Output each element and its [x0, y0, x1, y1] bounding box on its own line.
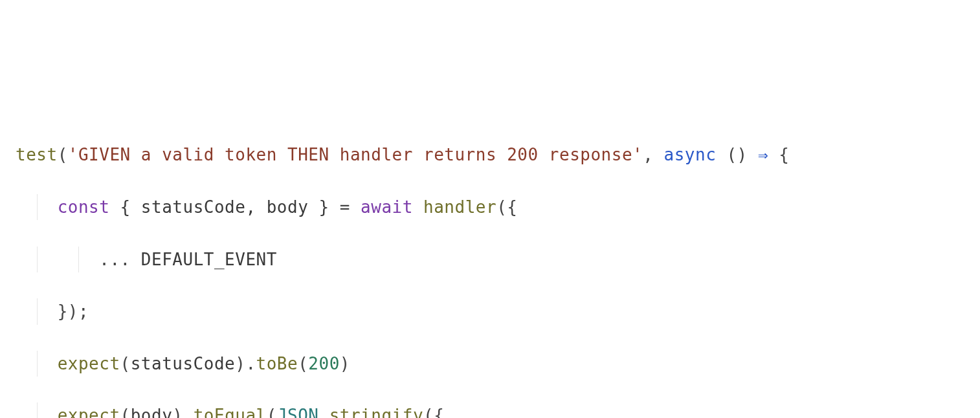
- token-punct: (: [298, 354, 308, 373]
- token-function: test: [16, 145, 58, 164]
- token-punct: (: [120, 406, 131, 418]
- token-variable: body: [131, 406, 173, 418]
- token-function: handler: [423, 197, 496, 217]
- token-punct: (: [267, 406, 277, 418]
- token-punct: ({: [496, 197, 517, 217]
- token-constant: DEFAULT_EVENT: [141, 250, 277, 269]
- token-arrow: ⇒: [758, 145, 768, 164]
- token-punct: });: [58, 302, 89, 321]
- token-spread: ...: [99, 250, 141, 269]
- token-variable: statusCode: [131, 354, 236, 373]
- token-keyword-await: await: [361, 197, 413, 217]
- token-punct: {: [779, 145, 789, 164]
- token-punct: ,: [643, 145, 663, 164]
- token-function: expect: [58, 406, 120, 418]
- token-keyword-async: async: [664, 145, 717, 164]
- code-line: const { statusCode, body } = await handl…: [16, 194, 964, 220]
- token-punct: =: [329, 197, 361, 217]
- indent-guide: [37, 247, 38, 272]
- code-line: });: [16, 298, 964, 324]
- token-function: stringify: [329, 406, 423, 418]
- code-line: ... DEFAULT_EVENT: [16, 247, 964, 272]
- token-punct: ).: [172, 406, 193, 418]
- indent-guide: [78, 247, 79, 272]
- token-punct: (: [58, 145, 68, 164]
- token-number: 200: [308, 354, 339, 373]
- token-destructure: { statusCode, body }: [120, 197, 329, 217]
- token-punct: (): [726, 145, 747, 164]
- token-keyword-const: const: [58, 197, 110, 217]
- indent-guide: [37, 298, 38, 324]
- token-punct: ): [340, 354, 350, 373]
- token-function: expect: [58, 354, 120, 373]
- token-function: toBe: [256, 354, 298, 373]
- token-punct: .: [319, 406, 329, 418]
- token-punct: ).: [235, 354, 256, 373]
- indent-guide: [37, 351, 38, 377]
- token-punct: (: [120, 354, 131, 373]
- token-string: 'GIVEN a valid token THEN handler return…: [68, 145, 643, 164]
- code-block: test('GIVEN a valid token THEN handler r…: [16, 116, 964, 418]
- token-function: toEqual: [194, 406, 267, 418]
- indent-guide: [37, 194, 38, 220]
- token-class: JSON: [277, 406, 319, 418]
- code-line: test('GIVEN a valid token THEN handler r…: [16, 142, 964, 168]
- token-punct: ({: [423, 406, 444, 418]
- indent-guide: [37, 402, 38, 418]
- code-line: expect(statusCode).toBe(200): [16, 351, 964, 377]
- code-line: expect(body).toEqual(JSON.stringify({: [16, 402, 964, 418]
